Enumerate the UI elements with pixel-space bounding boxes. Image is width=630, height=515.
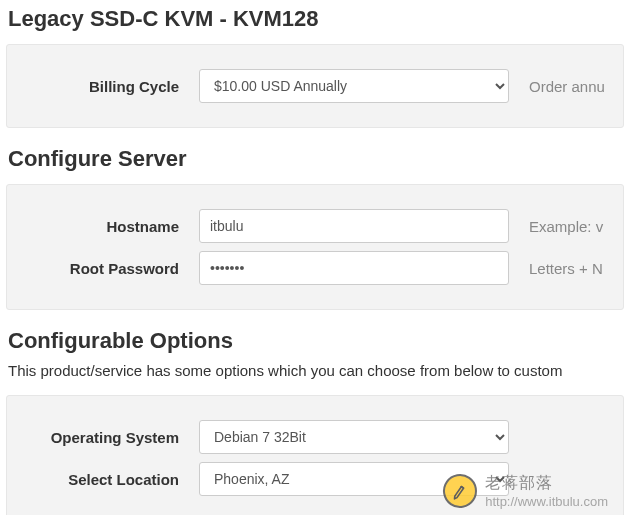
- location-label: Select Location: [19, 471, 179, 488]
- options-note: This product/service has some options wh…: [0, 362, 630, 391]
- rootpw-help-text: Letters + N: [529, 260, 611, 277]
- billing-label: Billing Cycle: [19, 78, 179, 95]
- hostname-input[interactable]: [199, 209, 509, 243]
- configure-panel: Hostname Example: v Root Password Letter…: [6, 184, 624, 310]
- location-row: Select Location Phoenix, AZ: [19, 462, 611, 496]
- billing-row: Billing Cycle $10.00 USD Annually Order …: [19, 69, 611, 103]
- billing-panel: Billing Cycle $10.00 USD Annually Order …: [6, 44, 624, 128]
- options-heading: Configurable Options: [0, 322, 630, 362]
- options-panel: Operating System Debian 7 32Bit Select L…: [6, 395, 624, 515]
- configure-heading: Configure Server: [0, 140, 630, 180]
- rootpw-label: Root Password: [19, 260, 179, 277]
- rootpw-input[interactable]: [199, 251, 509, 285]
- page-title: Legacy SSD-C KVM - KVM128: [0, 0, 630, 40]
- os-row: Operating System Debian 7 32Bit: [19, 420, 611, 454]
- os-select[interactable]: Debian 7 32Bit: [199, 420, 509, 454]
- billing-help-text: Order annu: [529, 78, 611, 95]
- billing-cycle-select[interactable]: $10.00 USD Annually: [199, 69, 509, 103]
- os-label: Operating System: [19, 429, 179, 446]
- hostname-label: Hostname: [19, 218, 179, 235]
- rootpw-row: Root Password Letters + N: [19, 251, 611, 285]
- location-select[interactable]: Phoenix, AZ: [199, 462, 509, 496]
- hostname-row: Hostname Example: v: [19, 209, 611, 243]
- hostname-help-text: Example: v: [529, 218, 611, 235]
